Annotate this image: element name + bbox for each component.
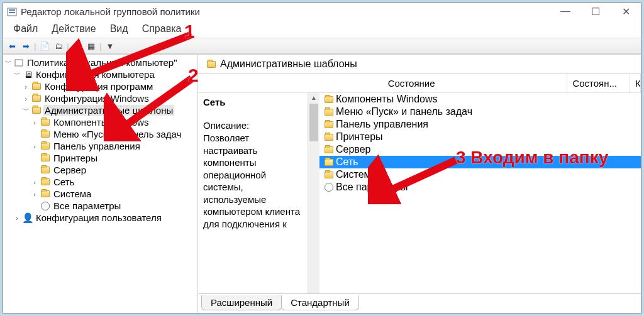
- svg-rect-2: [9, 12, 15, 13]
- folder-icon: [324, 145, 334, 154]
- details-body: Сеть Описание: Позволяет настраивать ком…: [198, 93, 641, 294]
- col-comment[interactable]: Комментари: [630, 74, 641, 92]
- tree-network[interactable]: ›Сеть: [4, 176, 196, 188]
- list-item-printers[interactable]: Принтеры: [319, 131, 641, 143]
- list-item-system[interactable]: Система: [319, 168, 641, 181]
- computer-icon: 🖥: [23, 70, 33, 79]
- tab-extended[interactable]: Расширенный: [201, 295, 282, 310]
- menubar: Файл Действие Вид Справка: [3, 20, 641, 38]
- menu-help[interactable]: Справка: [136, 22, 188, 36]
- details-header: Административные шаблоны: [198, 55, 641, 74]
- list-item-control-panel[interactable]: Панель управления: [319, 118, 641, 131]
- tree-pane[interactable]: ﹀Политика "Локальный компьютер" ﹀🖥Конфиг…: [3, 55, 198, 313]
- folder-icon: [40, 118, 50, 127]
- content-area: ﹀Политика "Локальный компьютер" ﹀🖥Конфиг…: [3, 54, 641, 313]
- view-tabs: Расширенный Стандартный: [198, 294, 641, 313]
- folder-icon: [40, 154, 50, 163]
- details-title: Административные шаблоны: [220, 58, 357, 70]
- section-name: Сеть: [203, 97, 303, 107]
- menu-view[interactable]: Вид: [104, 22, 135, 36]
- details-pane: Административные шаблоны . Состояние Сос…: [198, 55, 641, 313]
- policy-icon: [14, 58, 24, 67]
- menu-action[interactable]: Действие: [45, 22, 102, 36]
- folder-icon: [324, 95, 334, 104]
- tree-system[interactable]: ›Система: [4, 188, 196, 200]
- tree-software-config[interactable]: ›Конфигурация программ: [4, 80, 196, 92]
- svg-rect-3: [15, 60, 23, 66]
- up-button[interactable]: 📄: [38, 40, 51, 52]
- back-button[interactable]: ⬅: [6, 40, 18, 52]
- toolbar: ⬅ ➡ | 📄 🗂 | ? ▦ | ▼: [3, 38, 641, 54]
- separator: |: [33, 40, 37, 52]
- svg-rect-1: [9, 9, 15, 11]
- list-item-server[interactable]: Сервер: [319, 143, 641, 156]
- close-button[interactable]: ✕: [618, 6, 633, 18]
- scroll-thumb[interactable]: [309, 104, 318, 141]
- description-pane: Сеть Описание: Позволяет настраивать ком…: [198, 93, 308, 293]
- tree-server[interactable]: Сервер: [4, 164, 196, 176]
- gear-icon: [40, 202, 50, 210]
- scrollbar-left[interactable]: ▲: [308, 93, 319, 293]
- minimize-button[interactable]: —: [558, 6, 573, 18]
- list-item-network[interactable]: Сеть: [319, 156, 641, 168]
- gear-icon: [324, 183, 334, 192]
- tree-control-panel[interactable]: ›Панель управления: [4, 140, 196, 152]
- help-button[interactable]: ?: [71, 40, 84, 52]
- folder-icon: [40, 166, 50, 175]
- folder-icon: [324, 170, 334, 179]
- col-state2[interactable]: Состоян...: [567, 74, 630, 92]
- folder-icon: [324, 158, 334, 166]
- column-headers: . Состояние Состоян... Комментари: [198, 74, 641, 93]
- separator: |: [66, 40, 70, 52]
- folder-icon: [31, 94, 42, 103]
- user-icon: 👤: [23, 214, 33, 222]
- folder-list[interactable]: Компоненты Windows Меню «Пуск» и панель …: [319, 93, 641, 293]
- col-state[interactable]: Состояние: [383, 74, 568, 92]
- tree-admin-templates[interactable]: ﹀Административные шаблоны: [4, 104, 196, 116]
- tree-all-settings[interactable]: Все параметры: [4, 200, 196, 212]
- tab-standard[interactable]: Стандартный: [281, 295, 359, 310]
- folder-icon: [324, 133, 334, 141]
- folder-icon: [324, 107, 334, 116]
- tree-user-config[interactable]: ›👤Конфигурация пользователя: [4, 212, 196, 224]
- tree-computer-config[interactable]: ﹀🖥Конфигурация компьютера: [4, 68, 196, 80]
- folder-icon: [40, 142, 50, 151]
- folder-icon: [206, 60, 216, 68]
- window-title: Редактор локальной групповой политики: [21, 6, 200, 17]
- list-item-start[interactable]: Меню «Пуск» и панель задач: [319, 106, 641, 118]
- tree-start-menu[interactable]: Меню «Пуск» и панель задач: [4, 128, 196, 140]
- filter-button[interactable]: ▼: [104, 40, 116, 52]
- folder-icon: [324, 120, 334, 129]
- menu-file[interactable]: Файл: [7, 22, 44, 36]
- titlebar: Редактор локальной групповой политики — …: [3, 3, 641, 20]
- gpedit-window: Редактор локальной групповой политики — …: [3, 3, 641, 313]
- folder-icon: [40, 130, 50, 139]
- tree-windows-config[interactable]: ›Конфигурация Windows: [4, 92, 196, 104]
- app-icon: [7, 7, 17, 17]
- tree-components-windows[interactable]: ›Компоненты Windows: [4, 116, 196, 128]
- folder-icon: [31, 106, 42, 115]
- separator: |: [99, 40, 103, 52]
- description-label: Описание:: [203, 120, 303, 131]
- description-text: Позволяет настраивать компоненты операци…: [203, 132, 303, 230]
- scroll-up-icon[interactable]: ▲: [311, 93, 317, 102]
- tree-root[interactable]: ﹀Политика "Локальный компьютер": [4, 57, 196, 68]
- refresh-button[interactable]: ▦: [85, 40, 97, 52]
- window-controls: — ☐ ✕: [558, 6, 637, 18]
- props-button[interactable]: 🗂: [52, 40, 65, 52]
- maximize-button[interactable]: ☐: [588, 6, 603, 18]
- folder-icon: [40, 190, 50, 199]
- list-item-components[interactable]: Компоненты Windows: [319, 93, 641, 106]
- list-item-all-settings[interactable]: Все параметры: [319, 181, 641, 193]
- folder-icon: [31, 82, 42, 91]
- forward-button[interactable]: ➡: [19, 40, 32, 52]
- tree-printers[interactable]: Принтеры: [4, 152, 196, 164]
- folder-icon: [40, 178, 50, 187]
